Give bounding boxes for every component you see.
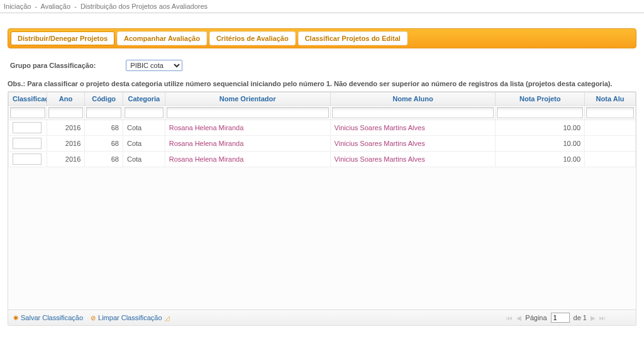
cell-categoria: Cota <box>123 120 165 136</box>
salvar-classificacao-button[interactable]: ✱ Salvar Classificação <box>13 314 83 321</box>
cell-aluno[interactable]: Vinicius Soares Martins Alves <box>330 120 496 136</box>
clear-icon: ⊘ <box>91 315 96 321</box>
cell-categoria: Cota <box>123 152 165 167</box>
limpar-label: Limpar Classificação <box>98 314 162 321</box>
classificacao-input[interactable] <box>13 138 42 149</box>
table-row[interactable]: 201668CotaRosana Helena MirandaVinicius … <box>9 152 636 167</box>
filter-aluno[interactable] <box>332 107 494 118</box>
page-total: de 1 <box>574 314 587 321</box>
group-row: Grupo para Classificação: PIBIC cota <box>8 57 636 79</box>
col-ano[interactable]: Ano <box>47 92 85 106</box>
cell-nota-projeto: 10.00 <box>496 152 585 167</box>
filter-categoria[interactable] <box>125 107 164 118</box>
col-categoria[interactable]: Categoria <box>123 92 165 106</box>
header-row: Classificaç Ano Código Categoria Nome Or… <box>9 92 636 106</box>
breadcrumb-sep: - <box>35 3 37 10</box>
classificacao-input[interactable] <box>13 122 42 133</box>
cell-orientador[interactable]: Rosana Helena Miranda <box>165 120 330 136</box>
filter-row <box>9 106 636 120</box>
col-codigo[interactable]: Código <box>85 92 123 106</box>
classificacao-input[interactable] <box>13 153 42 165</box>
filter-orientador[interactable] <box>167 107 329 118</box>
tab-classificar[interactable]: Classificar Projetos do Edital <box>298 31 408 45</box>
cell-orientador[interactable]: Rosana Helena Miranda <box>165 152 330 167</box>
tabs-bar: Distribuir/Denegar Projetos Acompanhar A… <box>8 28 636 48</box>
cell-codigo: 68 <box>85 136 123 152</box>
col-nota-aluno[interactable]: Nota Alu <box>585 92 636 106</box>
limpar-classificacao-button[interactable]: ⊘ Limpar Classificação ◿ <box>91 314 169 321</box>
obs-text: Obs.: Para classificar o projeto desta c… <box>8 79 636 91</box>
last-page-button[interactable]: ⏭ <box>599 315 606 321</box>
pagination: ⏮ ◀ Página de 1 ▶ ⏭ <box>506 313 606 323</box>
cell-aluno[interactable]: Vinicius Soares Martins Alves <box>330 136 496 152</box>
breadcrumb-sep: - <box>74 3 77 10</box>
breadcrumb-item: Distribuição dos Projetos aos Avaliadore… <box>80 3 208 10</box>
tab-criterios[interactable]: Critérios de Avaliação <box>209 31 296 45</box>
table-row[interactable]: 201668CotaRosana Helena MirandaVinicius … <box>9 120 636 136</box>
cell-nota-aluno <box>585 136 636 152</box>
breadcrumb-item[interactable]: Iniciação <box>4 3 31 10</box>
page-label: Página <box>525 314 547 321</box>
first-page-button[interactable]: ⏮ <box>506 315 513 321</box>
col-orientador[interactable]: Nome Orientador <box>165 92 330 106</box>
prev-page-button[interactable]: ◀ <box>516 315 521 321</box>
tab-acompanhar[interactable]: Acompanhar Avaliação <box>117 31 207 45</box>
cell-orientador[interactable]: Rosana Helena Miranda <box>165 136 330 152</box>
cell-nota-aluno <box>585 152 636 167</box>
cell-codigo: 68 <box>85 152 123 167</box>
dropdown-icon: ◿ <box>165 315 170 321</box>
filter-classificacao[interactable] <box>10 107 45 118</box>
cell-nota-projeto: 10.00 <box>496 120 585 136</box>
col-classificacao[interactable]: Classificaç <box>9 92 47 106</box>
filter-nota-projeto[interactable] <box>497 107 583 118</box>
group-label: Grupo para Classificação: <box>10 62 96 69</box>
grid-footer: ✱ Salvar Classificação ⊘ Limpar Classifi… <box>8 309 636 325</box>
cell-ano: 2016 <box>47 120 85 136</box>
filter-ano[interactable] <box>48 107 84 118</box>
breadcrumb-item[interactable]: Avaliação <box>41 3 71 10</box>
table-row[interactable]: 201668CotaRosana Helena MirandaVinicius … <box>9 136 636 152</box>
projects-grid: Classificaç Ano Código Categoria Nome Or… <box>8 91 636 326</box>
col-aluno[interactable]: Nome Aluno <box>330 92 496 106</box>
filter-nota-aluno[interactable] <box>586 107 634 118</box>
filter-codigo[interactable] <box>86 107 121 118</box>
cell-codigo: 68 <box>85 120 123 136</box>
cell-ano: 2016 <box>47 136 85 152</box>
group-select[interactable]: PIBIC cota <box>126 60 182 71</box>
cell-aluno[interactable]: Vinicius Soares Martins Alves <box>330 152 496 167</box>
salvar-label: Salvar Classificação <box>21 314 83 321</box>
col-nota-projeto[interactable]: Nota Projeto <box>496 92 585 106</box>
next-page-button[interactable]: ▶ <box>591 315 596 321</box>
breadcrumb: Iniciação - Avaliação - Distribuição dos… <box>0 0 644 13</box>
tab-distribuir[interactable]: Distribuir/Denegar Projetos <box>11 31 114 45</box>
cell-categoria: Cota <box>123 136 165 152</box>
cell-nota-aluno <box>585 120 636 136</box>
save-icon: ✱ <box>13 315 18 321</box>
page-input[interactable] <box>551 313 570 323</box>
cell-nota-projeto: 10.00 <box>496 136 585 152</box>
cell-ano: 2016 <box>47 152 85 167</box>
